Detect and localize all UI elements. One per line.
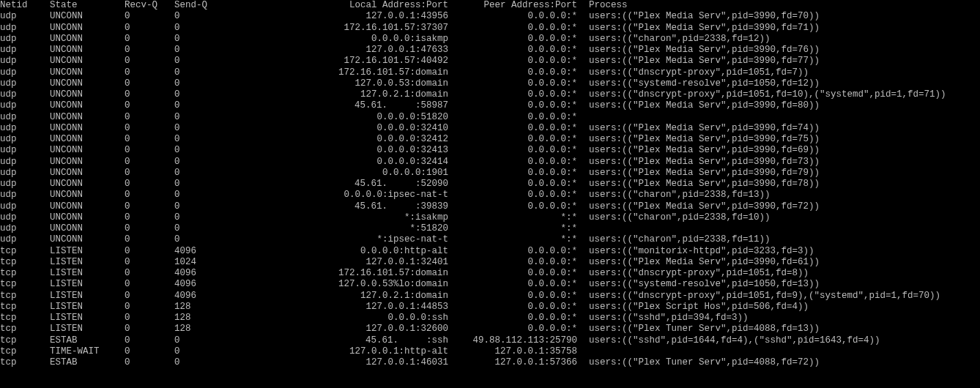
cell-netid: udp xyxy=(0,145,50,156)
cell-state: UNCONN xyxy=(50,212,125,223)
cell-state: UNCONN xyxy=(50,89,125,100)
cell-peer-address: 0.0.0.0:* xyxy=(460,246,589,257)
cell-sendq: 4096 xyxy=(174,279,248,290)
cell-recvq: 0 xyxy=(125,234,174,245)
cell-local-address: 127.0.0.53:domain xyxy=(248,78,460,89)
cell-recvq: 0 xyxy=(125,302,174,313)
table-row: udpUNCONN000.0.0.0:ipsec-nat-t0.0.0.0:*u… xyxy=(0,190,980,201)
cell-local-address: 0.0.0.0:ssh xyxy=(248,313,460,324)
cell-recvq: 0 xyxy=(125,145,174,156)
table-row: tcpLISTEN04096127.0.2.1:domain0.0.0.0:*u… xyxy=(0,291,980,302)
cell-peer-address: 0.0.0.0:* xyxy=(460,112,589,123)
cell-state: UNCONN xyxy=(50,145,125,156)
cell-netid: udp xyxy=(0,67,50,78)
cell-peer-address: 0.0.0.0:* xyxy=(460,78,589,89)
cell-netid: tcp xyxy=(0,357,50,368)
cell-sendq: 0 xyxy=(174,123,248,134)
cell-local-address: 172.16.101.57:37307 xyxy=(248,23,460,34)
cell-netid: udp xyxy=(0,45,50,56)
cell-process: users:(("Plex Media Serv",pid=3990,fd=78… xyxy=(589,179,820,190)
table-row: udpUNCONN0045.61.:398390.0.0.0:*users:((… xyxy=(0,201,980,212)
cell-state: LISTEN xyxy=(50,279,125,290)
cell-peer-address: 0.0.0.0:* xyxy=(460,324,589,335)
cell-local-address: 0.0.0.0:32413 xyxy=(248,145,460,156)
hdr-sendq: Send-Q xyxy=(174,0,248,11)
cell-netid: tcp xyxy=(0,246,50,257)
table-row: udpUNCONN00127.0.0.1:476330.0.0.0:*users… xyxy=(0,45,980,56)
cell-sendq: 0 xyxy=(174,145,248,156)
cell-state: ESTAB xyxy=(50,335,125,346)
cell-local-address: 127.0.0.1:32600 xyxy=(248,324,460,335)
cell-process: users:(("dnscrypt-proxy",pid=1051,fd=9),… xyxy=(589,291,940,302)
table-row: tcpLISTEN04096172.16.101.57:domain0.0.0.… xyxy=(0,268,980,279)
cell-sendq: 0 xyxy=(174,346,248,357)
cell-state: LISTEN xyxy=(50,313,125,324)
cell-local-address: 45.61.:39839 xyxy=(248,201,460,212)
cell-sendq: 4096 xyxy=(174,246,248,257)
cell-local-address: 0.0.0.0:http-alt xyxy=(248,246,460,257)
cell-netid: udp xyxy=(0,168,50,179)
cell-recvq: 0 xyxy=(125,257,174,268)
cell-sendq: 0 xyxy=(174,357,248,368)
cell-sendq: 0 xyxy=(174,11,248,22)
redacted-ip xyxy=(387,179,415,187)
cell-peer-address: 0.0.0.0:* xyxy=(460,279,589,290)
cell-process: users:(("charon",pid=2338,fd=11)) xyxy=(589,234,771,245)
cell-local-address: 127.0.0.53%lo:domain xyxy=(248,279,460,290)
cell-state: UNCONN xyxy=(50,67,125,78)
cell-recvq: 0 xyxy=(125,67,174,78)
cell-netid: udp xyxy=(0,201,50,212)
cell-recvq: 0 xyxy=(125,212,174,223)
cell-state: UNCONN xyxy=(50,45,125,56)
cell-process: users:(("dnscrypt-proxy",pid=1051,fd=8)) xyxy=(589,268,809,279)
cell-sendq: 128 xyxy=(174,313,248,324)
cell-peer-address: 0.0.0.0:* xyxy=(460,23,589,34)
cell-local-address: *:ipsec-nat-t xyxy=(248,234,460,245)
cell-process: users:(("Plex Media Serv",pid=3990,fd=76… xyxy=(589,45,820,56)
cell-peer-address: 0.0.0.0:* xyxy=(460,179,589,190)
cell-local-address: 0.0.0.0:isakmp xyxy=(248,34,460,45)
cell-recvq: 0 xyxy=(125,45,174,56)
cell-peer-address: 0.0.0.0:* xyxy=(460,134,589,145)
cell-process: users:(("Plex Media Serv",pid=3990,fd=73… xyxy=(589,157,820,168)
cell-process: users:(("monitorix-httpd",pid=3233,fd=3)… xyxy=(589,246,814,257)
cell-process: users:(("Plex Media Serv",pid=3990,fd=72… xyxy=(589,201,820,212)
cell-recvq: 0 xyxy=(125,223,174,234)
table-row: tcpESTAB0045.61.:ssh49.88.112.113:25790u… xyxy=(0,335,980,346)
cell-recvq: 0 xyxy=(125,23,174,34)
cell-sendq: 0 xyxy=(174,223,248,234)
cell-netid: udp xyxy=(0,212,50,223)
cell-peer-address: 49.88.112.113:25790 xyxy=(460,335,589,346)
cell-sendq: 0 xyxy=(174,201,248,212)
cell-process: users:(("Plex Script Hos",pid=506,fd=4)) xyxy=(589,302,809,313)
cell-recvq: 0 xyxy=(125,78,174,89)
cell-state: LISTEN xyxy=(50,257,125,268)
table-row: tcpESTAB00127.0.0.1:46031127.0.0.1:57366… xyxy=(0,357,980,368)
hdr-local: Local Address:Port xyxy=(248,0,460,11)
cell-peer-address: 127.0.0.1:35758 xyxy=(460,346,589,357)
table-row: udpUNCONN0045.61.:589870.0.0.0:*users:((… xyxy=(0,100,980,111)
cell-local-address: 127.0.0.1:http-alt xyxy=(248,346,460,357)
cell-state: UNCONN xyxy=(50,23,125,34)
cell-peer-address: 0.0.0.0:* xyxy=(460,291,589,302)
table-row: udpUNCONN00127.0.0.1:439560.0.0.0:*users… xyxy=(0,11,980,22)
cell-netid: udp xyxy=(0,123,50,134)
table-row: tcpLISTEN0128127.0.0.1:326000.0.0.0:*use… xyxy=(0,324,980,335)
cell-process: users:(("dnscrypt-proxy",pid=1051,fd=7)) xyxy=(589,67,809,78)
cell-process: users:(("Plex Media Serv",pid=3990,fd=70… xyxy=(589,11,820,22)
cell-state: LISTEN xyxy=(50,291,125,302)
table-row: udpUNCONN00127.0.2.1:domain0.0.0.0:*user… xyxy=(0,89,980,100)
cell-peer-address: 0.0.0.0:* xyxy=(460,34,589,45)
cell-state: UNCONN xyxy=(50,190,125,201)
table-row: udpUNCONN00*:51820*:* xyxy=(0,223,980,234)
cell-process: users:(("charon",pid=2338,fd=13)) xyxy=(589,190,771,201)
cell-local-address: 127.0.0.1:46031 xyxy=(248,357,460,368)
cell-netid: tcp xyxy=(0,279,50,290)
cell-netid: udp xyxy=(0,223,50,234)
hdr-state: State xyxy=(50,0,125,11)
cell-process: users:(("charon",pid=2338,fd=10)) xyxy=(589,212,771,223)
cell-sendq: 0 xyxy=(174,112,248,123)
cell-state: UNCONN xyxy=(50,112,125,123)
cell-netid: udp xyxy=(0,190,50,201)
cell-recvq: 0 xyxy=(125,291,174,302)
